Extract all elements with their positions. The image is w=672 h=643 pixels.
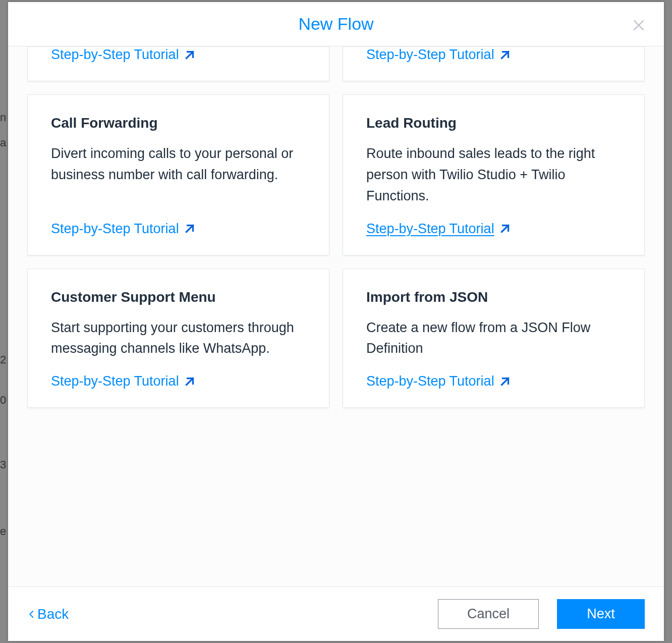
svg-line-6	[186, 378, 193, 385]
template-card-customer-support[interactable]: Customer Support Menu Start supporting y…	[27, 269, 329, 408]
back-button-label: Back	[37, 606, 69, 622]
tutorial-link[interactable]: Step-by-Step Tutorial	[366, 47, 621, 63]
tutorial-link-label: Step-by-Step Tutorial	[366, 373, 494, 389]
chevron-left-icon	[27, 608, 36, 621]
cancel-button[interactable]: Cancel	[438, 599, 539, 629]
back-button[interactable]: Back	[27, 606, 69, 622]
svg-line-5	[501, 226, 508, 232]
tutorial-link-label: Step-by-Step Tutorial	[366, 221, 494, 237]
card-title: Customer Support Menu	[51, 289, 306, 305]
tutorial-link[interactable]: Step-by-Step Tutorial	[51, 373, 306, 389]
background-text: n	[0, 111, 7, 124]
svg-line-3	[501, 51, 508, 58]
template-cards-grid: Step-by-Step Tutorial Step-by-Step Tutor…	[27, 46, 645, 408]
tutorial-link[interactable]: Step-by-Step Tutorial	[366, 373, 621, 389]
tutorial-link[interactable]: Step-by-Step Tutorial	[366, 221, 621, 237]
svg-line-4	[186, 226, 193, 232]
close-button[interactable]	[630, 16, 648, 34]
tutorial-link[interactable]: Step-by-Step Tutorial	[51, 47, 306, 63]
close-icon	[631, 18, 646, 33]
card-title: Import from JSON	[366, 289, 621, 305]
template-card-call-forwarding[interactable]: Call Forwarding Divert incoming calls to…	[27, 94, 329, 255]
template-card-import-json[interactable]: Import from JSON Create a new flow from …	[343, 269, 645, 408]
background-text: 3	[0, 458, 7, 471]
modal-body[interactable]: Step-by-Step Tutorial Step-by-Step Tutor…	[8, 46, 664, 586]
external-link-icon	[498, 222, 512, 235]
modal-title: New Flow	[8, 14, 664, 34]
external-link-icon	[183, 48, 196, 62]
background-text: e	[0, 525, 7, 538]
svg-line-7	[501, 378, 508, 385]
new-flow-modal: New Flow Step-by-Step Tutorial	[8, 2, 664, 641]
tutorial-link-label: Step-by-Step Tutorial	[51, 47, 179, 63]
modal-footer: Back Cancel Next	[8, 586, 664, 641]
tutorial-link-label: Step-by-Step Tutorial	[51, 373, 179, 389]
tutorial-link[interactable]: Step-by-Step Tutorial	[51, 221, 306, 237]
background-text: a	[0, 136, 7, 149]
card-title: Call Forwarding	[51, 115, 306, 131]
footer-actions: Cancel Next	[438, 599, 645, 629]
tutorial-link-label: Step-by-Step Tutorial	[51, 221, 179, 237]
card-description: Divert incoming calls to your personal o…	[51, 143, 306, 207]
template-card-lead-routing[interactable]: Lead Routing Route inbound sales leads t…	[343, 94, 645, 255]
background-text: 0	[0, 394, 7, 407]
external-link-icon	[498, 48, 512, 62]
tutorial-link-label: Step-by-Step Tutorial	[366, 47, 494, 63]
background-text: 2	[0, 353, 7, 366]
template-card[interactable]: Step-by-Step Tutorial	[27, 46, 329, 81]
external-link-icon	[498, 375, 512, 388]
card-title: Lead Routing	[366, 115, 621, 131]
card-description: Route inbound sales leads to the right p…	[366, 143, 621, 207]
card-description: Create a new flow from a JSON Flow Defin…	[366, 317, 621, 360]
svg-line-2	[186, 51, 193, 58]
modal-header: New Flow	[8, 2, 664, 46]
card-description: Start supporting your customers through …	[51, 317, 306, 360]
external-link-icon	[183, 375, 196, 388]
next-button[interactable]: Next	[557, 599, 645, 629]
template-card[interactable]: Step-by-Step Tutorial	[343, 46, 645, 81]
external-link-icon	[183, 222, 196, 235]
